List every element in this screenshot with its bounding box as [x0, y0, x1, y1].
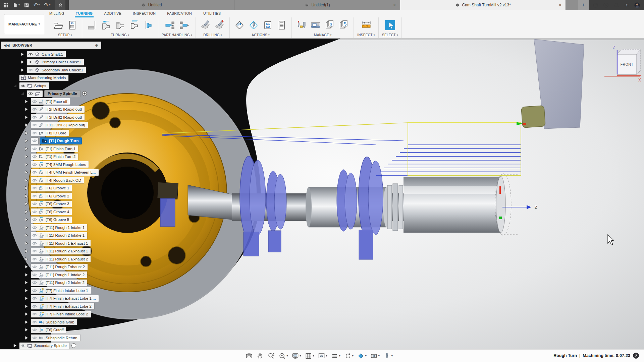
- new-tab-icon[interactable]: +: [578, 0, 589, 10]
- browser-item[interactable]: Manufacturing Models: [0, 74, 114, 82]
- hide-all-icon[interactable]: ⊖: [95, 44, 98, 47]
- visibility-eye-icon[interactable]: [21, 84, 25, 88]
- browser-item[interactable]: [T11] Rough 1 Intake 1: [0, 224, 114, 232]
- orbit-icon[interactable]: [245, 352, 254, 360]
- ribbon-group-label-actions[interactable]: ACTIONS▾: [252, 33, 270, 37]
- tool-library-icon[interactable]: [295, 19, 308, 32]
- save-icon[interactable]: [24, 3, 29, 8]
- scripts-icon[interactable]: [337, 19, 350, 32]
- expand-arrow-icon[interactable]: [25, 304, 29, 308]
- visibility-eye-icon[interactable]: [32, 289, 37, 293]
- workspace-tab-additive[interactable]: ADDITIVE: [103, 10, 122, 17]
- expand-arrow-icon[interactable]: [25, 226, 29, 230]
- ribbon-group-label-select[interactable]: SELECT▾: [382, 33, 398, 37]
- browser-item[interactable]: [T1] Rough Turn: [0, 137, 114, 145]
- browser-item[interactable]: [T3] Drill2 [Rapid out]: [0, 113, 114, 121]
- undo-icon[interactable]: ↶▾: [34, 3, 40, 8]
- select-icon[interactable]: [384, 19, 396, 32]
- visibility-eye-icon[interactable]: [32, 241, 37, 245]
- pan-icon[interactable]: [256, 352, 265, 360]
- expand-arrow-icon[interactable]: [25, 257, 29, 261]
- close-tab-icon[interactable]: ×: [393, 3, 396, 7]
- simulate-icon[interactable]: [233, 19, 246, 32]
- browser-item[interactable]: [T4] 8MM Finish Between L...: [0, 169, 114, 177]
- browser-item-selected[interactable]: [T1] Rough Turn: [40, 138, 82, 144]
- turn-profile-icon[interactable]: [114, 19, 126, 32]
- expand-arrow-icon[interactable]: [21, 92, 25, 96]
- visibility-eye-icon[interactable]: [32, 218, 37, 222]
- browser-item[interactable]: Primary Spindle: [0, 90, 114, 98]
- visibility-eye-icon[interactable]: [32, 123, 37, 127]
- visibility-eye-icon[interactable]: [32, 155, 37, 159]
- visibility-eye-icon[interactable]: [32, 100, 37, 104]
- expand-arrow-icon[interactable]: [25, 163, 29, 167]
- workspace-tab-utilities[interactable]: UTILITIES: [202, 10, 222, 17]
- expand-arrow-icon[interactable]: [25, 202, 29, 206]
- close-tab-icon[interactable]: ×: [559, 3, 561, 7]
- redo-icon[interactable]: ↷▾: [44, 3, 51, 8]
- visibility-eye-icon[interactable]: [32, 210, 37, 214]
- workspace-tab-fabrication[interactable]: FABRICATION: [166, 10, 193, 17]
- browser-item[interactable]: [T8] ID Bore: [0, 129, 114, 137]
- turn-face-icon[interactable]: [86, 19, 98, 32]
- templates-icon[interactable]: G: [323, 19, 336, 32]
- chuck-transfer-icon[interactable]: [164, 19, 176, 32]
- status-indicator-icon[interactable]: [633, 352, 639, 359]
- browser-item[interactable]: [T6] Groove 4: [0, 208, 114, 216]
- browser-item-label[interactable]: Primary Spindle: [45, 90, 80, 97]
- workspace-tab-inspection[interactable]: INSPECTION: [132, 10, 157, 17]
- nc-program-icon[interactable]: G: [66, 19, 78, 32]
- expand-arrow-icon[interactable]: [25, 139, 29, 143]
- expand-arrow-icon[interactable]: [25, 155, 29, 159]
- browser-item[interactable]: [T6] Cutoff: [0, 326, 114, 334]
- ribbon-group-label-turning[interactable]: TURNING▾: [111, 33, 129, 37]
- browser-item[interactable]: [T1] Finish Turn 2: [0, 153, 114, 161]
- browser-item[interactable]: Subspindle Return: [0, 334, 114, 342]
- visibility-eye-icon[interactable]: [32, 163, 37, 167]
- viewcube-front-face[interactable]: FRONT: [621, 62, 634, 66]
- setup-sheet-icon[interactable]: [275, 19, 288, 32]
- expand-arrow-icon[interactable]: [25, 281, 29, 285]
- expand-arrow-icon[interactable]: [25, 194, 29, 198]
- zoom-icon[interactable]: [267, 352, 276, 360]
- visibility-eye-icon[interactable]: [32, 186, 37, 190]
- document-tab[interactable]: Untitled(1)×: [234, 0, 400, 10]
- visibility-eye-icon[interactable]: [32, 147, 37, 151]
- visibility-eye-icon[interactable]: [28, 60, 33, 64]
- workspace-tab-milling[interactable]: MILLING: [48, 10, 65, 17]
- ribbon-group-label-manage[interactable]: MANAGE▾: [314, 33, 331, 37]
- visibility-eye-icon[interactable]: [32, 312, 37, 316]
- visibility-eye-icon[interactable]: [32, 194, 37, 198]
- visibility-eye-icon[interactable]: [32, 139, 37, 143]
- expand-arrow-icon[interactable]: [25, 147, 29, 151]
- visibility-eye-icon[interactable]: [32, 257, 37, 261]
- browser-item[interactable]: Primary Collet Chuck:1: [0, 58, 114, 66]
- browser-item[interactable]: [T12] Drill 3 [Rapid out]: [0, 121, 114, 129]
- browser-item[interactable]: [T1] Face off: [0, 98, 114, 106]
- ribbon-group-label-part-handling[interactable]: PART HANDLING▾: [162, 33, 192, 37]
- expand-arrow-icon[interactable]: [25, 107, 29, 111]
- visibility-eye-icon[interactable]: [32, 328, 37, 332]
- drill-icon[interactable]: [199, 19, 212, 32]
- browser-item[interactable]: [T4] Rough Back OD: [0, 176, 114, 184]
- expand-arrow-icon[interactable]: [21, 68, 25, 72]
- browser-item[interactable]: [T4] 8MM Rough Lobes: [0, 161, 114, 169]
- scene-settings-icon[interactable]: ▾: [370, 352, 380, 360]
- ribbon-group-label-inspect[interactable]: INSPECT▾: [357, 33, 375, 37]
- expand-arrow-icon[interactable]: [25, 218, 29, 222]
- steps-icon[interactable]: ▾: [330, 352, 341, 360]
- browser-item[interactable]: Secondary Jaw Chuck:1: [0, 66, 114, 74]
- notifications-bell-icon[interactable]: [613, 2, 619, 8]
- expand-arrow-icon[interactable]: [13, 84, 17, 88]
- collapse-panel-icon[interactable]: ◀◀: [4, 44, 10, 47]
- g-code-icon[interactable]: G1G2: [261, 19, 274, 32]
- visibility-eye-icon[interactable]: [32, 304, 37, 308]
- expand-arrow-icon[interactable]: [13, 344, 17, 348]
- visibility-eye-icon[interactable]: [32, 115, 37, 119]
- visibility-eye-icon[interactable]: [32, 273, 37, 277]
- turn-part-icon[interactable]: [142, 19, 155, 32]
- browser-item[interactable]: Secondary Spindle: [0, 342, 114, 350]
- browser-item[interactable]: [T11] Rough 2 Exhaust 1: [0, 247, 114, 255]
- visibility-eye-icon[interactable]: [28, 92, 33, 96]
- browser-header[interactable]: ◀◀ BROWSER ⊖: [1, 42, 101, 49]
